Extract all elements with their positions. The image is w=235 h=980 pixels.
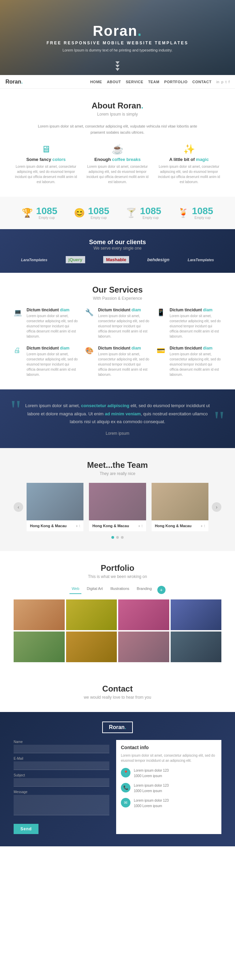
filter-illustrations[interactable]: Illustrations — [108, 586, 132, 594]
quote-author: Lorem ipsum — [21, 431, 214, 436]
feature-1-text: Lorem ipsum dolor sit amet, consectetur … — [85, 164, 150, 185]
filter-branding[interactable]: Branding — [135, 586, 154, 594]
team-icons-1: ♦ t — [138, 524, 143, 528]
team-card-1: Hong Kong & Macau ♦ t — [89, 483, 146, 531]
portfolio-item-6[interactable] — [118, 632, 169, 662]
form-message-textarea[interactable] — [14, 795, 110, 815]
form-subject-input[interactable] — [14, 778, 110, 787]
team-dot-2[interactable] — [121, 536, 124, 539]
contact-phone-text: Lorem ipsum dolor 123 1000 Lorem ipsum — [134, 783, 168, 794]
form-email-input[interactable] — [14, 761, 110, 770]
feature-1-heading-color: coffee breaks — [112, 157, 141, 162]
stat-0-label: Empty cup — [36, 216, 57, 220]
stat-2-icon: 🍸 — [125, 208, 137, 218]
magic-icon: ✨ — [157, 143, 221, 155]
team-icon-share-0: t — [79, 524, 80, 528]
service-1-icon: 🔧 — [85, 308, 95, 339]
contact-subtitle: we would really love to hear from you — [14, 695, 221, 700]
stat-1: 😊 1085 Empty cup — [74, 206, 110, 220]
nav-portfolio[interactable]: PORTFOLIO — [164, 80, 188, 84]
team-dot-1[interactable] — [116, 536, 119, 539]
portfolio-item-1[interactable] — [66, 600, 117, 630]
nav-contact[interactable]: CONTACT — [192, 80, 211, 84]
form-name-input[interactable] — [14, 745, 110, 753]
service-0-heading: Dictum tincidunt diam — [27, 307, 78, 312]
clients-title: Some of our clients — [14, 239, 221, 246]
stat-1-icon: 😊 — [74, 208, 85, 218]
portfolio-title: Portfolio — [14, 563, 221, 573]
service-3-icon: 🖨 — [14, 347, 23, 377]
feature-2-text: Lorem ipsum dolor sit amet, consectetur … — [157, 164, 221, 185]
stat-3: 🍹 1085 Empty cup — [178, 206, 213, 220]
service-4-content: Dictum tincidunt diam Lorem ipsum dolor … — [98, 346, 150, 377]
social-facebook[interactable]: f — [229, 80, 230, 84]
service-5-heading: Dictum tincidunt diam — [170, 346, 221, 350]
about-title: About Roran. — [14, 101, 221, 110]
team-card-0: Hong Kong & Macau ♦ t — [27, 483, 83, 531]
about-subtitle: Lorem Ipsum is simply — [14, 112, 221, 117]
filter-web[interactable]: Web — [70, 586, 81, 594]
portfolio-item-3[interactable] — [171, 600, 222, 630]
service-5-icon: 💳 — [157, 347, 166, 377]
hero-title: Roran. — [93, 23, 142, 39]
nav-team[interactable]: TEAM — [148, 80, 159, 84]
social-pinterest[interactable]: p — [221, 80, 224, 84]
service-3: 🖨 Dictum tincidunt diam Lorem ipsum dolo… — [14, 346, 78, 377]
client-logo-4: LaraTemplates — [188, 258, 214, 262]
team-card-2: Hong Kong & Macau ♦ t — [152, 483, 208, 531]
service-1-content: Dictum tincidunt diam Lorem ipsum dolor … — [98, 307, 150, 339]
about-features: 🖥 Some fancy colors Lorem ipsum dolor si… — [14, 143, 221, 185]
team-icons-0: ♦ t — [76, 524, 80, 528]
service-3-content: Dictum tincidunt diam Lorem ipsum dolor … — [27, 346, 78, 377]
team-icon-share-2: t — [204, 524, 205, 528]
clients-subtitle: We serve every single one — [14, 246, 221, 251]
quote-text: Lorem ipsum dolor sit amet, consectetur … — [21, 402, 214, 426]
portfolio-item-2[interactable] — [118, 600, 169, 630]
client-logo-2: Mashable — [103, 256, 129, 263]
contact-section: Roran. Name E-Mail Subject Message Send … — [0, 712, 235, 846]
client-logo-3: behdesign — [147, 257, 169, 262]
filter-digital[interactable]: Digital Art — [85, 586, 105, 594]
services-title: Our Services — [14, 285, 221, 294]
contact-info-title: Contact info — [121, 745, 217, 750]
team-name-0: Hong Kong & Macau — [30, 524, 67, 528]
contact-brand: Roran. — [14, 722, 221, 733]
service-5-content: Dictum tincidunt diam Lorem ipsum dolor … — [170, 346, 221, 377]
contact-body: Name E-Mail Subject Message Send Contact… — [14, 740, 221, 834]
nav-service[interactable]: SERVICE — [125, 80, 143, 84]
nav-about[interactable]: ABOUT — [107, 80, 121, 84]
quote-mark-left: " — [10, 396, 21, 423]
service-1: 🔧 Dictum tincidunt diam Lorem ipsum dolo… — [85, 307, 150, 339]
client-logo-1: jQuery — [66, 256, 85, 263]
feature-2-heading-color: magic — [196, 157, 209, 162]
service-0: 💻 Dictum tincidunt diam Lorem ipsum dolo… — [14, 307, 78, 339]
team-dot-0[interactable] — [111, 536, 114, 539]
service-2: 📱 Dictum tincidunt diam Lorem ipsum dolo… — [157, 307, 221, 339]
form-email-label: E-Mail — [14, 757, 110, 760]
hero-title-period: . — [138, 23, 142, 39]
arrow-icon-2 — [116, 65, 119, 67]
portfolio-item-7[interactable] — [171, 632, 222, 662]
filter-all-button[interactable]: + — [157, 586, 165, 594]
portfolio-filters: Web Digital Art Illustrations Branding + — [14, 586, 221, 594]
contact-form: Name E-Mail Subject Message Send — [14, 740, 110, 834]
social-twitter[interactable]: t — [225, 80, 227, 84]
portfolio-item-5[interactable] — [66, 632, 117, 662]
stat-3-icon: 🍹 — [178, 208, 189, 218]
nav-home[interactable]: HOME — [90, 80, 102, 84]
carousel-next-button[interactable]: › — [212, 502, 221, 512]
team-photo-1 — [89, 483, 146, 520]
portfolio-item-4[interactable] — [14, 632, 65, 662]
stat-2: 🍸 1085 Empty cup — [125, 206, 161, 220]
social-linkedin[interactable]: in — [216, 80, 219, 84]
stat-3-number: 1085 — [192, 206, 213, 216]
team-icon-share-1: t — [142, 524, 143, 528]
form-submit-button[interactable]: Send — [14, 824, 38, 834]
hero-scroll-arrows[interactable] — [116, 61, 119, 71]
carousel-prev-button[interactable]: ‹ — [14, 502, 23, 512]
service-2-content: Dictum tincidunt diam Lorem ipsum dolor … — [170, 307, 221, 339]
arrow-icon-3 — [116, 68, 119, 71]
portfolio-item-0[interactable] — [14, 600, 65, 630]
team-photo-2 — [152, 483, 208, 520]
form-subject-label: Subject — [14, 773, 110, 777]
